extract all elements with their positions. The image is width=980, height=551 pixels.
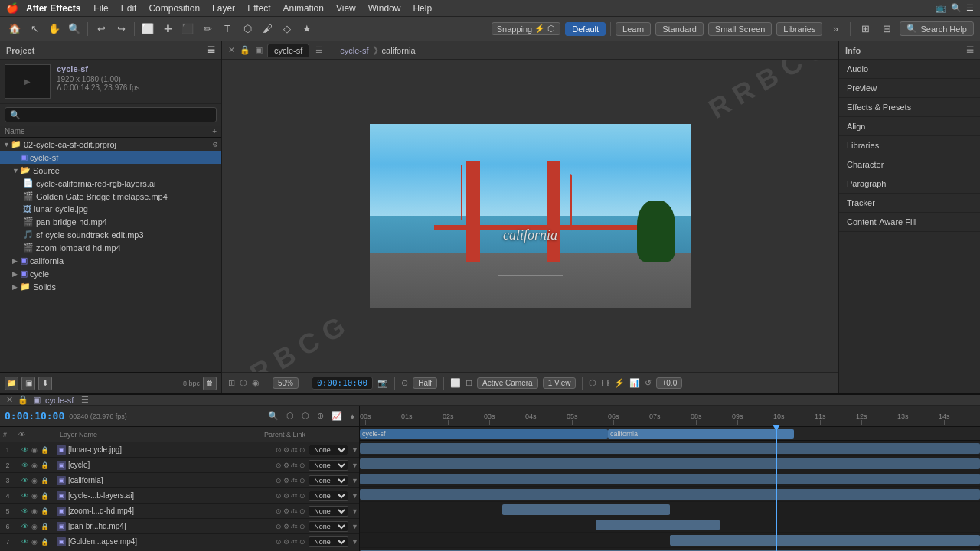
airplay-icon[interactable]: 📺 [936,3,946,13]
timeline-ruler[interactable]: 00s01s02s03s04s05s06s07s08s09s10s11s12s1… [360,406,980,427]
panel-content-aware[interactable]: Content-Aware Fill [839,213,980,232]
layer-parent-icon-6[interactable]: ⊙ [298,522,306,531]
timeline-snap-icon[interactable]: ⬡ [286,411,294,421]
timeline-comp-switch[interactable]: ⬡ [302,411,309,421]
alpha-icon[interactable]: ⬜ [450,378,461,388]
hamburger-icon[interactable]: ☰ [207,45,215,55]
menu-help[interactable]: Help [407,2,437,15]
resolution-select[interactable]: Half [413,377,437,389]
track-bar-1[interactable] [360,443,980,454]
layer-motion-6[interactable]: ⊙ [275,522,282,531]
transform-tool[interactable]: ⬜ [139,21,156,37]
anchor-tool[interactable]: ✚ [159,21,176,37]
layer-solo-3[interactable]: ◉ [30,476,39,485]
layer-parent-icon-1[interactable]: ⊙ [298,445,306,455]
tree-item-cycle[interactable]: ▶ ▣ cycle [0,267,221,280]
camera-view-select[interactable]: Active Camera [477,377,538,389]
timeline-search-icon[interactable]: 🔍 [268,411,279,421]
menu-effect[interactable]: Effect [242,2,276,15]
menu-edit[interactable]: Edit [116,2,142,15]
track-bar-4[interactable] [360,489,980,500]
menu-view[interactable]: View [331,2,361,15]
layer-solo-5[interactable]: ◉ [30,507,39,516]
breadcrumb-layer[interactable]: california [382,46,416,55]
layer-adjust-1[interactable]: ⚙ [283,445,289,455]
tree-file-1[interactable]: 📄 cycle-california-red-rgb-layers.ai [0,177,221,190]
layer-parent-select-1[interactable]: None [309,445,348,455]
layer-adjust-4[interactable]: ⚙ [283,491,289,500]
tree-file-4[interactable]: 🎬 pan-bridge-hd.mp4 [0,215,221,228]
layer-parent-select-3[interactable]: None [309,475,348,486]
layer-solo-1[interactable]: ◉ [30,445,39,455]
paint-tool[interactable]: 🖌 [259,21,276,37]
layer-lock-2[interactable]: 🔒 [40,461,49,470]
panel-libraries[interactable]: Libraries [839,136,980,155]
motion-blur-icon[interactable]: ⊙ [401,378,408,388]
panel-audio[interactable]: Audio [839,60,980,79]
timeline-preview-icon[interactable]: 📊 [629,378,640,388]
layer-lock-1[interactable]: 🔒 [40,445,49,455]
layer-lock-4[interactable]: 🔒 [40,491,49,500]
layer-parent-arrow-6[interactable]: ▼ [351,522,359,531]
import-btn[interactable]: ⬇ [38,377,52,390]
comp-tab-cycle-sf[interactable]: cycle-sf [267,44,309,57]
puppet-tool[interactable]: ★ [299,21,315,37]
track-bar-3[interactable] [360,474,980,484]
search-help-button[interactable]: 🔍 Search Help [900,21,974,36]
layer-adjust-5[interactable]: ⚙ [283,507,289,516]
layer-solo-7[interactable]: ◉ [30,537,39,546]
panel-preview[interactable]: Preview [839,79,980,98]
layer-parent-arrow-5[interactable]: ▼ [351,507,359,516]
layer-eye-6[interactable]: 👁 [20,522,29,531]
workspace-learn[interactable]: Learn [616,22,651,36]
layer-motion-3[interactable]: ⊙ [275,476,282,485]
layer-eye-4[interactable]: 👁 [20,491,29,500]
layer-lock-3[interactable]: 🔒 [40,476,49,485]
menu-layer[interactable]: Layer [207,2,240,15]
layer-eye-5[interactable]: 👁 [20,507,29,516]
track-bar-2[interactable] [360,458,980,469]
layer-parent-icon-7[interactable]: ⊙ [298,537,306,546]
grid-icon[interactable]: ⊞ [466,378,472,388]
panel-paragraph[interactable]: Paragraph [839,174,980,194]
pen-tool[interactable]: ✏ [199,21,216,37]
layer-lock-5[interactable]: 🔒 [40,507,49,516]
panel-align[interactable]: Align [839,117,980,136]
tree-item-cycle-sf[interactable]: ▣ cycle-sf [0,151,221,164]
layer-eye-2[interactable]: 👁 [20,461,29,470]
layer-lock-6[interactable]: 🔒 [40,522,49,531]
tree-file-2[interactable]: 🎬 Golden Gate Bridge timelapse.mp4 [0,190,221,203]
layer-parent-arrow-3[interactable]: ▼ [351,476,359,485]
layer-adjust-3[interactable]: ⚙ [283,476,289,485]
redo-btn[interactable]: ↪ [113,21,129,37]
tree-file-5[interactable]: 🎵 sf-cycle-soundtrack-edit.mp3 [0,228,221,241]
timeline-chart[interactable]: 📈 [332,411,342,421]
pointer-tool[interactable]: ↖ [26,21,43,37]
layer-motion-1[interactable]: ⊙ [275,445,282,455]
layer-eye-1[interactable]: 👁 [20,445,29,455]
view-count-select[interactable]: 1 View [543,377,577,389]
layer-parent-arrow-1[interactable]: ▼ [351,445,359,455]
menu-window[interactable]: Window [363,2,407,15]
film-icon[interactable]: 🎞 [601,379,609,388]
layer-parent-arrow-2[interactable]: ▼ [351,461,359,470]
home-btn[interactable]: 🏠 [6,21,23,37]
timeline-current-time[interactable]: 0:00:10:00 [5,410,64,422]
layer-adjust-6[interactable]: ⚙ [283,522,289,531]
panel-effects-presets[interactable]: Effects & Presets [839,98,980,117]
layer-lock-7[interactable]: 🔒 [40,537,49,546]
layer-parent-select-2[interactable]: None [309,460,348,471]
tree-item-solids[interactable]: ▶ 📁 Solids [0,280,221,293]
layer-parent-icon-4[interactable]: ⊙ [298,491,306,500]
zoom-tool[interactable]: 🔍 [66,21,83,37]
layer-parent-select-7[interactable]: None [309,536,348,547]
close-comp-btn[interactable]: ✕ [228,45,235,55]
fast-preview-icon[interactable]: ⚡ [614,378,625,388]
zoom-select[interactable]: 50% [273,377,299,389]
layer-parent-arrow-4[interactable]: ▼ [351,491,359,500]
layer-parent-select-5[interactable]: None [309,506,348,517]
timeline-add-marker[interactable]: ♦ [350,412,354,421]
root-settings-icon[interactable]: ⚙ [212,141,218,148]
track-bar-5[interactable] [502,504,670,515]
clone-tool[interactable]: ⬡ [239,21,256,37]
